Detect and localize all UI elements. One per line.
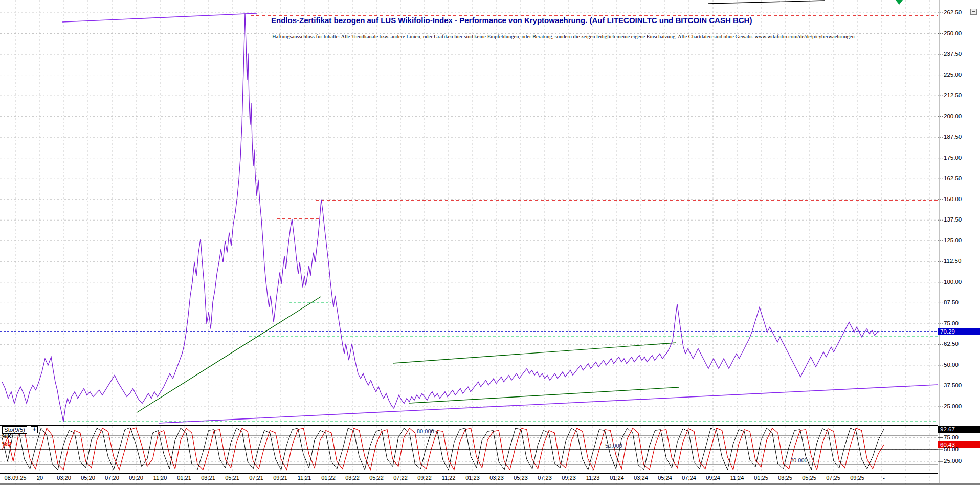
date-axis-label: 03.21 (201, 475, 215, 481)
price-axis-label: 100.00 (944, 279, 962, 285)
date-axis-label: 05.20 (81, 475, 95, 481)
stoch-level-label: 50.000 (605, 443, 622, 449)
date-axis-label: 07.23 (538, 475, 552, 481)
date-axis-label: 11.23 (586, 475, 600, 481)
date-axis-label: - (883, 475, 885, 481)
stoch-k-line (2, 428, 884, 470)
date-axis-label: 07.22 (393, 475, 408, 481)
price-axis-label: 162.50 (944, 175, 962, 181)
date-axis-label: 03.23 (489, 475, 504, 481)
date-axis-label: 01.21 (177, 475, 191, 481)
purple-channel-top (62, 13, 257, 22)
date-axis-label: 03.25 (778, 475, 792, 481)
price-axis-label: 250.00 (944, 30, 962, 36)
date-axis-label: 01.25 (754, 475, 768, 481)
purple-support-line (159, 385, 938, 423)
date-axis-label: 01.23 (465, 475, 480, 481)
date-axis-label: 09.24 (706, 475, 720, 481)
price-axis-label: 50.00 (944, 362, 959, 368)
price-axis-label: 150.00 (944, 196, 962, 202)
add-indicator-button[interactable]: + (31, 426, 38, 433)
price-axis-label: 125.00 (944, 237, 962, 244)
date-axis-label: 07.20 (105, 475, 119, 481)
date-axis-label: 03.22 (345, 475, 360, 481)
date-axis-label: 11.21 (298, 475, 311, 481)
date-axis-label: 01.24 (610, 475, 624, 481)
date-axis-label: 07.25 (826, 475, 840, 481)
date-axis-label: 11.20 (153, 475, 167, 481)
price-axis-label: 237.50 (944, 51, 962, 57)
price-axis-label: 225.00 (944, 72, 962, 78)
date-axis-label: 07.24 (682, 475, 696, 481)
price-axis-label: 175.00 (944, 155, 962, 161)
chart-disclaimer: Haftungsausschluss für Inhalte: Alle Tre… (272, 34, 855, 39)
stoch-axis-label: 25.000 (944, 458, 962, 464)
current-price-badge: 70.29 (938, 328, 980, 335)
date-axis-label: 20 (37, 475, 43, 481)
stoch-value-badge: 92.67 (938, 426, 980, 433)
chart-window: Endlos-Zertifikat bezogen auf LUS Wikifo… (0, 0, 980, 485)
stoch-axis-label: 50.00 (944, 446, 959, 452)
stoch-axis-label: 75.00 (944, 434, 959, 440)
chart-title: Endlos-Zertifikat bezogen auf LUS Wikifo… (271, 16, 752, 25)
stochastic-k-label: %K (2, 433, 12, 439)
chart-canvas (0, 0, 980, 485)
date-axis-label: 09.21 (273, 475, 287, 481)
green-arrow-icon (896, 0, 903, 5)
date-axis-label: 08.09.25 (5, 475, 27, 481)
price-axis-label: 187.50 (944, 134, 962, 140)
price-axis-label: 87.50 (944, 299, 959, 305)
date-axis-label: 05.25 (802, 475, 816, 481)
price-axis-label: 112.50 (944, 258, 961, 264)
stoch-level-label: 20.000 (790, 457, 808, 464)
price-axis-label: 25.000 (944, 403, 962, 409)
date-axis-label: 11.24 (730, 475, 744, 481)
date-axis-label: 05.22 (369, 475, 384, 481)
date-axis-label: 05.21 (225, 475, 239, 481)
stochastic-d-label: %D (2, 440, 12, 447)
price-axis-label: 62.50 (944, 341, 959, 347)
price-axis-label: 137.50 (944, 216, 962, 223)
price-axis-label: 212.50 (944, 92, 962, 98)
date-axis-label: 11.22 (442, 475, 456, 481)
date-axis-label: 03.24 (634, 475, 648, 481)
price-axis-label: 75.00 (944, 320, 959, 326)
collapse-icon[interactable] (970, 9, 977, 15)
date-axis-label: 03.20 (57, 475, 71, 481)
date-axis-label: 05.23 (514, 475, 528, 481)
date-axis-label: 09.25 (850, 475, 864, 481)
green-trendline-3 (409, 387, 679, 403)
stoch-d-line (2, 428, 884, 470)
price-axis-label: 37.500 (944, 382, 962, 388)
stoch-level-label: 80.000 (417, 428, 434, 434)
price-axis-label: 262.50 (944, 9, 962, 15)
date-axis-label: 09.23 (562, 475, 576, 481)
date-axis-label: 07.21 (249, 475, 263, 481)
green-trendline-1 (137, 297, 321, 412)
date-axis-label: 05.24 (658, 475, 672, 481)
price-axis-label: 200.00 (944, 113, 962, 119)
date-axis-label: 01.22 (321, 475, 336, 481)
date-axis-label: 09.20 (129, 475, 143, 481)
stochastic-indicator-label[interactable]: Sto(9/5) (2, 426, 27, 434)
date-axis-label: 09.22 (417, 475, 432, 481)
black-trendline-top (708, 1, 825, 4)
